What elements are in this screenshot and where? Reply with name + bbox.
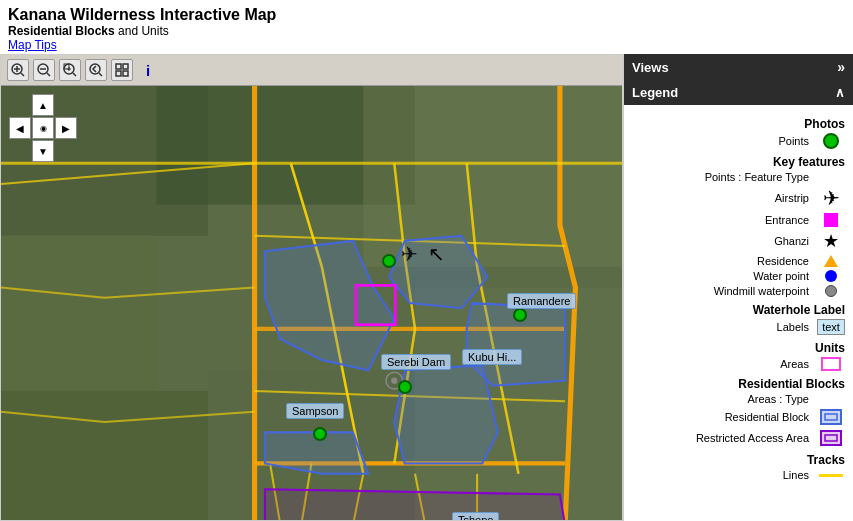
nav-empty-br <box>55 140 77 162</box>
legend-icon-residence <box>817 255 845 267</box>
legend-icon-ghanzi: ★ <box>817 230 845 252</box>
zoom-in-button[interactable] <box>7 59 29 81</box>
legend-row-restricted: Restricted Access Area <box>632 429 845 447</box>
legend-row-residence: Residence <box>632 255 845 267</box>
photo-point-1 <box>382 254 396 268</box>
page-subtitle: Residential Blocks and Units <box>8 24 845 38</box>
legend-icon-points <box>817 133 845 149</box>
svg-line-8 <box>73 73 76 76</box>
svg-rect-35 <box>821 410 841 424</box>
map-area[interactable]: ▲ ◀ ◉ ▶ ▼ ✈ ↖ <box>1 86 622 520</box>
legend-label-windmill: Windmill waterpoint <box>632 285 809 297</box>
legend-icon-labels: text <box>817 319 845 335</box>
legend-section-resblocks: Residential Blocks <box>632 377 845 391</box>
legend-section-tracks: Tracks <box>632 453 845 467</box>
label-tshepe: Tshepe <box>452 512 499 520</box>
subtitle-bold: Residential Blocks <box>8 24 115 38</box>
photo-point-3 <box>398 380 412 394</box>
nav-up-button[interactable]: ▲ <box>32 94 54 116</box>
legend-label-residence: Residence <box>632 255 809 267</box>
legend-row-waterpoint: Water point <box>632 270 845 282</box>
legend-icon-entrance <box>817 213 845 227</box>
svg-marker-29 <box>394 365 498 463</box>
nav-center-button[interactable]: ◉ <box>32 117 54 139</box>
views-collapse-button[interactable]: » <box>837 59 845 75</box>
legend-label-lines: Lines <box>632 469 809 481</box>
legend-icon-areas <box>817 357 845 371</box>
legend-row-resblock: Residential Block <box>632 408 845 426</box>
svg-line-13 <box>99 73 102 76</box>
legend-label-resblock: Residential Block <box>632 411 809 423</box>
legend-row-entrance: Entrance <box>632 213 845 227</box>
legend-row-labels: Labels text <box>632 319 845 335</box>
page-title: Kanana Wilderness Interactive Map <box>8 6 845 24</box>
svg-rect-14 <box>116 64 121 69</box>
map-container: i <box>0 54 623 521</box>
legend-row-airstrip: Airstrip ✈ <box>632 186 845 210</box>
legend-header: Legend ∧ <box>624 80 853 105</box>
legend-row-ghanzi: Ghanzi ★ <box>632 230 845 252</box>
legend-icon-resblock <box>817 408 845 426</box>
legend-label: Legend <box>632 85 678 100</box>
legend-label-areastype: Areas : Type <box>632 393 809 405</box>
legend-row-areas: Areas <box>632 357 845 371</box>
nav-empty-bl <box>9 140 31 162</box>
label-ramandere: Ramandere <box>507 293 576 309</box>
svg-point-34 <box>391 378 397 384</box>
nav-empty-tr <box>55 94 77 116</box>
legend-row-lines: Lines <box>632 469 845 481</box>
photo-point-2 <box>313 427 327 441</box>
svg-point-12 <box>90 64 100 74</box>
zoom-out-button[interactable] <box>33 59 55 81</box>
zoom-prev-button[interactable] <box>85 59 107 81</box>
zoom-extent-button[interactable] <box>59 59 81 81</box>
legend-content: Photos Points Key features Points : Feat… <box>624 105 853 490</box>
legend-label-airstrip: Airstrip <box>632 192 809 204</box>
svg-rect-37 <box>821 431 841 445</box>
legend-icon-lines <box>817 474 845 477</box>
svg-rect-22 <box>1 236 156 391</box>
page-header: Kanana Wilderness Interactive Map Reside… <box>0 0 853 54</box>
legend-label-areas: Areas <box>632 358 809 370</box>
legend-collapse-button[interactable]: ∧ <box>835 85 845 100</box>
svg-rect-15 <box>123 64 128 69</box>
views-label: Views <box>632 60 669 75</box>
nav-down-button[interactable]: ▼ <box>32 140 54 162</box>
grid-button[interactable] <box>111 59 133 81</box>
legend-label-labels: Labels <box>632 321 809 333</box>
legend-label-restricted: Restricted Access Area <box>632 432 809 444</box>
legend-icon-windmill <box>817 285 845 297</box>
legend-section-keyfeatures: Key features <box>632 155 845 169</box>
nav-arrows: ▲ ◀ ◉ ▶ ▼ <box>9 94 77 162</box>
main-area: i <box>0 54 853 521</box>
map-tips-link[interactable]: Map Tips <box>8 38 57 52</box>
legend-label-ghanzi: Ghanzi <box>632 235 809 247</box>
svg-rect-23 <box>1 391 208 520</box>
legend-row-areastype: Areas : Type <box>632 393 845 405</box>
map-cursor: ↖ <box>428 242 445 266</box>
airstrip-icon: ✈ <box>401 242 418 266</box>
svg-rect-31 <box>356 285 395 324</box>
svg-line-6 <box>47 73 50 76</box>
svg-rect-16 <box>116 71 121 76</box>
legend-icon-airstrip: ✈ <box>817 186 845 210</box>
label-kubu: Kubu Hi... <box>462 349 522 365</box>
nav-left-button[interactable]: ◀ <box>9 117 31 139</box>
legend-label-points: Points <box>632 135 809 147</box>
photo-point-4 <box>513 308 527 322</box>
legend-icon-waterpoint <box>817 270 845 282</box>
right-panel: Views » Legend ∧ Photos Points <box>623 54 853 521</box>
label-sampson: Sampson <box>286 403 344 419</box>
legend-label-waterpoint: Water point <box>632 270 809 282</box>
info-button[interactable]: i <box>137 59 159 81</box>
legend-row-featuretype: Points : Feature Type <box>632 171 845 183</box>
legend-row-points: Points <box>632 133 845 149</box>
legend-label-featuretype: Points : Feature Type <box>632 171 809 183</box>
legend-section-photos: Photos <box>632 117 845 131</box>
legend-label-entrance: Entrance <box>632 214 809 226</box>
nav-right-button[interactable]: ▶ <box>55 117 77 139</box>
toolbar: i <box>1 55 622 86</box>
legend-icon-restricted <box>817 429 845 447</box>
svg-line-3 <box>21 73 24 76</box>
subtitle-rest: and Units <box>115 24 169 38</box>
